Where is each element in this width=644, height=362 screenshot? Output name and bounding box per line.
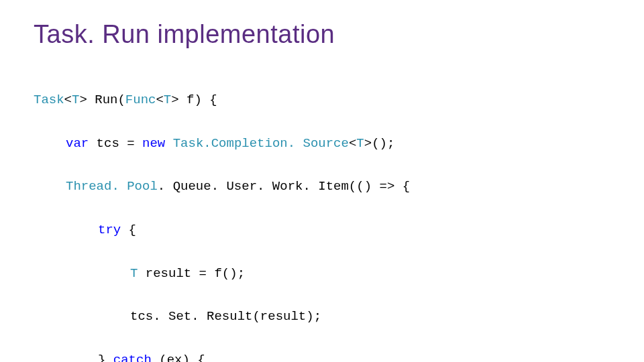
code-line: tcs. Set. Result(result); [34,306,610,327]
code-line: var tcs = new Task.Completion. Source<T>… [34,133,610,154]
code-line: try { [34,219,610,241]
type-t: T [130,266,138,281]
code-text: . Queue. User. Work. Item(() => { [158,179,410,194]
slide-title: Task. Run implementation [34,20,610,49]
code-text: > f) { [171,93,217,107]
code-text: result = f(); [138,266,245,281]
code-block: Task<T> Run(Func<T> f) { var tcs = new T… [34,68,610,362]
code-text: < [64,93,72,107]
type-threadpool: Thread. Pool [66,179,158,194]
code-text: } [98,353,113,362]
code-text: >(); [364,136,395,151]
code-line: } catch (ex) { [34,349,610,362]
code-text: tcs. Set. Result(result); [130,309,321,324]
code-line: Task<T> Run(Func<T> f) { [34,89,610,111]
code-text: < [156,93,163,107]
keyword-new: new [142,136,165,151]
type-task: Task [34,93,64,107]
code-text: (ex) { [152,353,205,362]
code-text [165,136,172,151]
type-t: T [164,93,171,107]
keyword-catch: catch [113,353,152,362]
code-text: > Run( [79,93,125,107]
type-func: Func [125,93,156,107]
code-line: T result = f(); [34,263,610,284]
code-text: tcs = [89,136,142,151]
code-text: { [121,223,136,237]
type-tcs: Task.Completion. Source [173,136,349,151]
keyword-var: var [66,136,89,151]
slide: Task. Run implementation Task<T> Run(Fun… [0,0,644,362]
code-text: < [349,136,356,151]
type-t: T [356,136,364,151]
keyword-try: try [98,223,121,237]
type-t: T [72,93,79,107]
code-line: Thread. Pool. Queue. User. Work. Item(()… [34,176,610,197]
